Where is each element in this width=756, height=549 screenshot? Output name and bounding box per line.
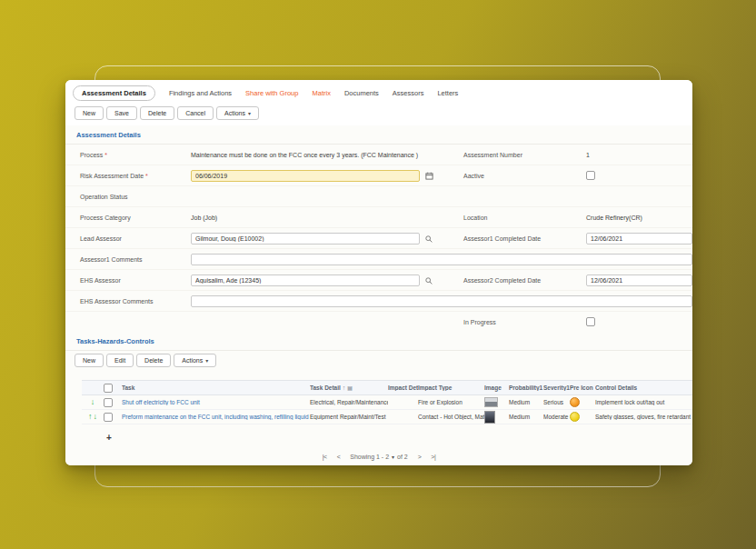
move-up-icon[interactable]: ↑ <box>88 413 93 421</box>
ehs-assessor-label: EHS Assessor <box>80 277 191 284</box>
task-link[interactable]: Shut off electricity to FCC unit <box>122 399 200 405</box>
task-link[interactable]: Preform maintenance on the FCC unit, inc… <box>122 414 310 420</box>
assessment-number-label: Assessment Number <box>463 152 586 158</box>
previous-page-button[interactable]: < <box>337 454 341 460</box>
cancel-button[interactable]: Cancel <box>177 106 214 120</box>
column-header-impact-detail[interactable]: Impact Detail <box>388 384 418 391</box>
save-button[interactable]: Save <box>106 106 137 120</box>
tasks-table-header: Task Task Detail ↑ ▤ Impact Detail Impac… <box>82 380 692 395</box>
assessor1-comments-field[interactable] <box>191 254 692 265</box>
risk-assessment-date-field[interactable] <box>191 170 420 182</box>
search-icon[interactable] <box>425 230 433 246</box>
in-progress-label: In Progress <box>463 319 586 325</box>
aactive-checkbox[interactable] <box>586 171 595 180</box>
risk-level-icon <box>570 397 580 407</box>
new-button[interactable]: New <box>75 106 104 120</box>
column-header-image[interactable]: Image <box>484 384 509 391</box>
process-category-label: Process Category <box>80 215 191 221</box>
search-icon[interactable] <box>425 272 433 288</box>
assessment-number-value: 1 <box>586 152 590 158</box>
caret-down-icon: ▾ <box>205 358 208 364</box>
tasks-edit-button[interactable]: Edit <box>106 354 134 367</box>
table-row: ↑ ↓ Preform maintenance on the FCC unit,… <box>82 410 692 424</box>
assessment-details-panel: Assessment Details Process* Maintenance … <box>65 125 692 332</box>
lead-assessor-label: Lead Assessor <box>80 235 191 242</box>
task-detail-header-label: Task Detail <box>310 384 341 391</box>
tasks-hazards-controls-panel: Tasks-Hazards-Controls New Edit Delete A… <box>65 332 692 465</box>
lead-assessor-field[interactable] <box>191 233 420 245</box>
pagination-bar: |< < Showing 1 - 2 ▾ of 2 > >| <box>65 446 692 465</box>
tasks-toolbar: New Edit Delete Actions ▾ <box>65 351 692 373</box>
tab-assessment-details[interactable]: Assessment Details <box>73 85 155 101</box>
column-header-severity1[interactable]: Severity1 <box>543 384 570 391</box>
tasks-hazards-controls-heading: Tasks-Hazards-Controls <box>65 332 692 351</box>
tasks-new-button[interactable]: New <box>75 354 104 367</box>
risk-assessment-date-label: Risk Assessment Date* <box>80 173 191 179</box>
tasks-delete-button[interactable]: Delete <box>136 354 171 367</box>
required-marker: * <box>145 173 148 179</box>
form-row-in-progress: In Progress <box>65 312 692 332</box>
actions-dropdown-button[interactable]: Actions ▾ <box>216 106 259 120</box>
tasks-actions-dropdown-button[interactable]: Actions ▾ <box>174 354 216 367</box>
tab-letters[interactable]: Letters <box>437 89 458 97</box>
column-header-pre-icon[interactable]: Pre Icon <box>570 384 595 391</box>
ehs-assessor-field[interactable] <box>191 274 420 286</box>
tasks-table: Task Task Detail ↑ ▤ Impact Detail Impac… <box>82 380 692 446</box>
form-row-ehs-comments: EHS Assessor Comments <box>65 291 692 312</box>
move-down-icon[interactable]: ↓ <box>91 398 95 406</box>
next-page-button[interactable]: > <box>418 454 422 460</box>
tab-documents[interactable]: Documents <box>344 89 379 97</box>
first-page-button[interactable]: |< <box>323 454 327 460</box>
row-checkbox[interactable] <box>104 413 113 422</box>
tab-bar: Assessment Details Findings and Actions … <box>65 80 692 104</box>
column-header-task-detail[interactable]: Task Detail ↑ ▤ <box>310 384 388 391</box>
move-down-icon[interactable]: ↓ <box>94 413 98 421</box>
process-value: Maintenance must be done on the FCC once… <box>191 152 418 158</box>
actions-button-label: Actions <box>224 110 245 116</box>
page-range-label: Showing 1 - 2 <box>350 454 389 460</box>
assessor1-completed-date-field[interactable] <box>586 233 692 245</box>
task-image-thumbnail[interactable] <box>484 411 495 424</box>
tab-assessors[interactable]: Assessors <box>393 89 424 97</box>
task-image-thumbnail[interactable] <box>484 397 498 407</box>
sort-ascending-icon: ↑ <box>343 384 346 391</box>
operation-status-label: Operation Status <box>80 194 191 200</box>
aactive-label: Aactive <box>463 173 586 179</box>
assessor2-completed-date-field[interactable] <box>586 274 692 286</box>
assessment-details-heading: Assessment Details <box>65 125 692 145</box>
assessor1-completed-date-label: Assessor1 Completed Date <box>463 235 586 242</box>
form-row-operation-status: Operation Status <box>65 186 692 207</box>
delete-button[interactable]: Delete <box>140 106 174 120</box>
page-total-label: of 2 <box>397 454 408 460</box>
severity-cell: Moderate <box>543 414 570 420</box>
ehs-assessor-comments-field[interactable] <box>191 295 692 307</box>
add-row-button[interactable]: + <box>106 433 112 443</box>
form-row-ehs-assessor: EHS Assessor Assessor2 Completed Date <box>65 270 692 291</box>
assessment-window: Assessment Details Findings and Actions … <box>65 80 692 465</box>
form-row-assessor1-comments: Assessor1 Comments <box>65 249 692 270</box>
ehs-assessor-comments-label: EHS Assessor Comments <box>80 298 191 304</box>
column-header-probability1[interactable]: Probability1 <box>509 384 543 391</box>
table-row: ↓ Shut off electricity to FCC unit Elect… <box>82 395 692 410</box>
column-grid-icon[interactable]: ▤ <box>347 384 353 391</box>
column-header-impact-type[interactable]: Impact Type <box>418 384 484 391</box>
tab-share-with-group[interactable]: Share with Group <box>245 89 298 97</box>
page-range-dropdown[interactable]: Showing 1 - 2 ▾ of 2 <box>350 454 408 460</box>
calendar-icon[interactable] <box>425 167 433 184</box>
location-value: Crude Refinery(CR) <box>586 215 642 221</box>
form-row-process-category: Process Category Job (Job) Location Crud… <box>65 207 692 228</box>
last-page-button[interactable]: >| <box>431 454 435 460</box>
task-detail-cell: Electrical, Repair/Maintenance <box>310 399 388 405</box>
column-header-control-details[interactable]: Control Details <box>595 384 692 391</box>
impact-type-cell: Fire or Explosion <box>418 399 484 405</box>
in-progress-checkbox[interactable] <box>586 317 595 326</box>
tab-findings-and-actions[interactable]: Findings and Actions <box>169 89 232 97</box>
tab-matrix[interactable]: Matrix <box>312 89 330 97</box>
column-header-task[interactable]: Task <box>122 384 310 391</box>
assessor1-comments-label: Assessor1 Comments <box>80 256 191 263</box>
risk-level-icon <box>570 412 580 422</box>
select-all-checkbox[interactable] <box>104 384 113 393</box>
desktop-background: { "tabs": { "items": [ {"label": "Assess… <box>0 0 756 549</box>
row-checkbox[interactable] <box>104 398 113 407</box>
form-row-lead-assessor: Lead Assessor Assessor1 Completed Date <box>65 228 692 249</box>
